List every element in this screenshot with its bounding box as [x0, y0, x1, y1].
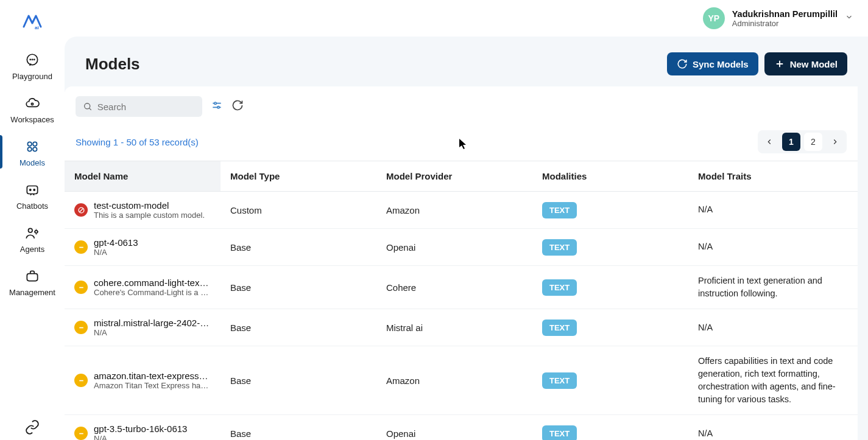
- sidebar-item-management[interactable]: Management: [0, 260, 65, 303]
- briefcase-icon: [24, 268, 40, 284]
- model-traits: N/A: [688, 419, 858, 440]
- new-model-button[interactable]: New Model: [764, 52, 847, 75]
- svg-point-19: [214, 102, 216, 104]
- table-row[interactable]: gpt-4-0613N/ABaseOpenaiTEXTN/A: [65, 229, 858, 266]
- model-provider: Openai: [376, 420, 532, 440]
- table-header: Model Name Model Type Model Provider Mod…: [65, 161, 858, 192]
- model-type: Custom: [221, 197, 376, 224]
- refresh-button[interactable]: [231, 99, 244, 114]
- modality-badge: TEXT: [542, 425, 577, 440]
- model-status-icon: [74, 203, 88, 217]
- model-provider: Amazon: [376, 367, 532, 394]
- toolbar: [65, 86, 858, 117]
- model-status-icon: [74, 374, 88, 387]
- sliders-icon: [211, 99, 223, 111]
- svg-point-14: [35, 231, 37, 233]
- model-traits: N/A: [688, 195, 858, 225]
- user-name: Yadukrishnan Perumpillil: [732, 9, 838, 19]
- model-desc: Cohere's Command-Light is a gene: [94, 288, 211, 297]
- sync-models-button[interactable]: Sync Models: [667, 52, 758, 75]
- svg-point-9: [33, 147, 37, 152]
- model-status-icon: [74, 427, 88, 440]
- models-icon: [24, 139, 40, 155]
- chatbot-icon: [24, 182, 40, 198]
- sidebar-item-chatbots[interactable]: Chatbots: [0, 173, 65, 217]
- sidebar-item-label: Playground: [12, 72, 52, 81]
- model-provider: Mistral ai: [376, 314, 532, 341]
- col-header-type[interactable]: Model Type: [221, 161, 376, 191]
- agents-icon: [24, 225, 40, 241]
- model-desc: N/A: [94, 328, 211, 337]
- model-type: Base: [221, 420, 376, 440]
- svg-rect-10: [27, 186, 37, 194]
- user-role: Administrator: [732, 19, 838, 28]
- filter-button[interactable]: [211, 99, 223, 114]
- model-type: Base: [221, 367, 376, 394]
- model-name: amazon.titan-text-express-v1: [94, 371, 211, 381]
- model-traits: N/A: [688, 313, 858, 343]
- link-icon: [24, 419, 40, 435]
- table-row[interactable]: mistral.mistral-large-2402-v1:N/ABaseMis…: [65, 309, 858, 346]
- topbar: YP Yadukrishnan Perumpillil Administrato…: [65, 0, 868, 37]
- chevron-right-icon: [831, 138, 839, 146]
- model-status-icon: [74, 321, 88, 334]
- page-1-button[interactable]: 1: [782, 133, 800, 151]
- svg-point-3: [32, 59, 32, 60]
- table-row[interactable]: gpt-3.5-turbo-16k-0613N/ABaseOpenaiTEXTN…: [65, 415, 858, 440]
- svg-point-16: [85, 103, 90, 109]
- table-row[interactable]: cohere.command-light-text-v1Cohere's Com…: [65, 266, 858, 309]
- sidebar-item-models[interactable]: Models: [0, 130, 65, 173]
- col-header-modalities[interactable]: Modalities: [532, 161, 688, 191]
- model-type: Base: [221, 274, 376, 301]
- page-header: Models Sync Models New Model: [65, 37, 868, 86]
- sidebar-item-label: Management: [9, 288, 55, 297]
- plus-icon: [774, 58, 785, 69]
- svg-rect-15: [27, 274, 37, 281]
- model-type: Base: [221, 314, 376, 341]
- search-input[interactable]: [97, 102, 195, 112]
- main-content: Models Sync Models New Model: [65, 37, 868, 440]
- svg-point-11: [30, 189, 31, 190]
- sidebar-item-workspaces[interactable]: Workspaces: [0, 87, 65, 130]
- model-status-icon: [74, 240, 88, 254]
- svg-point-7: [33, 142, 37, 146]
- sidebar-item-playground[interactable]: Playground: [0, 44, 65, 87]
- page-2-button[interactable]: 2: [804, 133, 822, 151]
- page-prev-button[interactable]: [760, 133, 778, 151]
- search-icon: [83, 101, 93, 112]
- col-header-name[interactable]: Model Name: [65, 161, 221, 191]
- sidebar: ai Playground Workspaces Models Chatbots…: [0, 0, 65, 440]
- app-logo: ai: [21, 11, 43, 30]
- model-provider: Openai: [376, 234, 532, 261]
- model-desc: N/A: [94, 248, 138, 257]
- page-title: Models: [85, 55, 140, 74]
- model-traits: Proficient in text generation and instru…: [688, 266, 858, 309]
- table-row[interactable]: amazon.titan-text-express-v1Amazon Titan…: [65, 346, 858, 415]
- model-traits: Offers capabilities in text and code gen…: [688, 346, 858, 414]
- svg-point-2: [30, 59, 30, 60]
- search-box[interactable]: [76, 96, 202, 117]
- avatar[interactable]: YP: [703, 7, 725, 29]
- result-count: Showing 1 - 50 of 53 record(s): [76, 137, 199, 147]
- modality-badge: TEXT: [542, 239, 577, 256]
- refresh-icon: [677, 58, 688, 69]
- model-status-icon: [74, 281, 88, 294]
- model-name: test-custom-model: [94, 200, 205, 211]
- col-header-provider[interactable]: Model Provider: [376, 161, 532, 191]
- table-row[interactable]: test-custom-modelThis is a sample custom…: [65, 192, 858, 229]
- model-desc: Amazon Titan Text Express has a: [94, 381, 211, 390]
- pagination: 1 2: [758, 130, 847, 153]
- model-name: cohere.command-light-text-v1: [94, 278, 211, 288]
- modality-badge: TEXT: [542, 320, 577, 336]
- model-name: gpt-3.5-turbo-16k-0613: [94, 424, 187, 434]
- page-next-button[interactable]: [826, 133, 844, 151]
- sidebar-item-label: Agents: [20, 245, 44, 254]
- sidebar-item-link[interactable]: [0, 411, 65, 440]
- col-header-traits[interactable]: Model Traits: [688, 161, 858, 191]
- user-menu-toggle[interactable]: [845, 13, 853, 24]
- svg-point-4: [34, 59, 35, 60]
- sidebar-item-agents[interactable]: Agents: [0, 217, 65, 260]
- model-traits: N/A: [688, 232, 858, 262]
- svg-point-20: [217, 107, 219, 108]
- sidebar-item-label: Models: [19, 158, 45, 167]
